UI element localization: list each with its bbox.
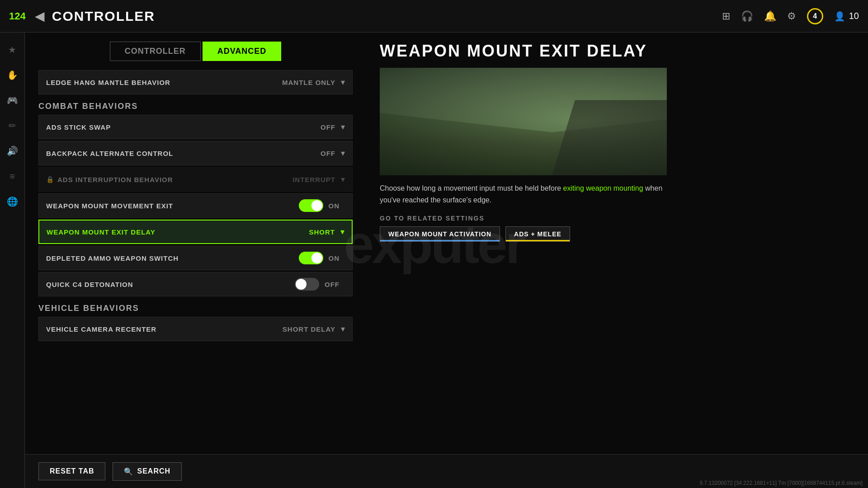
setting-weapon-mount-movement[interactable]: WEAPON MOUNT MOVEMENT EXIT ON [38, 193, 353, 218]
setting-label-ads-interruption: ADS INTERRUPTION BEHAVIOR [57, 176, 292, 183]
time-display: 124 [9, 10, 26, 22]
setting-label-backpack: BACKPACK ALTERNATE CONTROL [46, 150, 321, 157]
sidebar-item-favorites[interactable]: ★ [4, 42, 20, 58]
sidebar-item-list[interactable]: ≡ [4, 168, 20, 184]
toggle-weapon-mount-movement[interactable] [299, 199, 323, 212]
left-sidebar: ★ ✋ 🎮 ✏ 🔊 ≡ 🌐 [0, 33, 25, 488]
setting-label-weapon-mount-exit-delay: WEAPON MOUNT EXIT DELAY [47, 228, 309, 236]
grid-icon[interactable]: ⊞ [722, 10, 730, 22]
chevron-icon-ads-interruption: ▾ [341, 174, 345, 184]
player-icon: 👤 [834, 11, 845, 22]
chevron-icon-backpack: ▾ [341, 148, 345, 158]
setting-value-ledge-hang: MANTLE ONLY [282, 79, 335, 86]
setting-backpack-alternate[interactable]: BACKPACK ALTERNATE CONTROL OFF ▾ [38, 141, 353, 165]
related-item-ads-melee[interactable]: ADS + MELEE [505, 226, 570, 242]
detail-description: Choose how long a movement input must be… [380, 183, 667, 206]
setting-value-ads-stick-swap: OFF [321, 123, 335, 131]
setting-value-weapon-mount-exit-delay: SHORT [309, 228, 335, 236]
search-icon: 🔍 [124, 467, 133, 476]
left-panel: CONTROLLER ADVANCED LEDGE HANG MANTLE BE… [25, 33, 366, 488]
sidebar-item-pen[interactable]: ✏ [4, 117, 20, 134]
setting-depleted-ammo[interactable]: DEPLETED AMMO WEAPON SWITCH ON [38, 246, 353, 270]
player-count: 10 [849, 11, 859, 21]
tab-controller[interactable]: CONTROLLER [110, 42, 201, 61]
settings-list: LEDGE HANG MANTLE BEHAVIOR MANTLE ONLY ▾… [38, 70, 353, 479]
toggle-depleted-ammo[interactable] [299, 252, 323, 264]
setting-label-weapon-mount-movement: WEAPON MOUNT MOVEMENT EXIT [46, 202, 299, 210]
setting-ledge-hang[interactable]: LEDGE HANG MANTLE BEHAVIOR MANTLE ONLY ▾ [38, 70, 353, 94]
topbar: 124 ◀ CONTROLLER ⊞ 🎧 🔔 ⚙ 4 👤 10 [0, 0, 868, 33]
setting-ads-interruption: 🔒 ADS INTERRUPTION BEHAVIOR INTERRUPT ▾ [38, 167, 353, 192]
gear-icon[interactable]: ⚙ [787, 10, 796, 22]
sidebar-item-audio[interactable]: 🔊 [4, 143, 20, 159]
headphones-icon[interactable]: 🎧 [741, 10, 753, 22]
detail-title: WEAPON MOUNT EXIT DELAY [380, 42, 854, 61]
setting-value-ads-interruption: INTERRUPT [292, 176, 335, 183]
section-header-vehicle: VEHICLE BEHAVIORS [38, 298, 353, 317]
reset-tab-button[interactable]: RESET TAB [38, 462, 105, 480]
toggle-knob-quick-c4 [296, 279, 307, 290]
related-settings-label: GO TO RELATED SETTINGS [380, 215, 854, 222]
setting-vehicle-camera[interactable]: VEHICLE CAMERA RECENTER SHORT DELAY ▾ [38, 317, 353, 341]
lock-icon-ads: 🔒 [46, 176, 54, 183]
setting-value-weapon-mount-movement: ON [329, 202, 340, 210]
related-settings-container: WEAPON MOUNT ACTIVATION ADS + MELEE [380, 226, 854, 242]
setting-label-vehicle-camera: VEHICLE CAMERA RECENTER [46, 325, 283, 333]
chevron-icon-ads-stick: ▾ [341, 122, 345, 132]
bottom-bar: RESET TAB 🔍 SEARCH 9.7.13200072 [34:222.… [25, 454, 868, 488]
bell-icon[interactable]: 🔔 [764, 10, 776, 22]
setting-value-quick-c4: OFF [325, 281, 340, 288]
setting-ads-stick-swap[interactable]: ADS STICK SWAP OFF ▾ [38, 115, 353, 139]
sidebar-item-controller[interactable]: 🎮 [4, 92, 20, 108]
right-panel: WEAPON MOUNT EXIT DELAY Choose how long … [366, 33, 868, 488]
setting-label-quick-c4: QUICK C4 DETONATION [46, 281, 295, 288]
player-info: 👤 10 [834, 11, 859, 22]
chevron-icon-weapon-mount-exit: ▾ [340, 227, 344, 237]
level-badge: 4 [807, 8, 823, 24]
chevron-icon-ledge-hang: ▾ [341, 77, 345, 87]
tab-advanced[interactable]: ADVANCED [203, 42, 282, 61]
page-title: CONTROLLER [52, 9, 722, 24]
setting-label-depleted-ammo: DEPLETED AMMO WEAPON SWITCH [46, 254, 299, 262]
chevron-icon-vehicle-camera: ▾ [341, 324, 345, 334]
toggle-knob-depleted-ammo [311, 253, 322, 263]
sidebar-item-network[interactable]: 🌐 [4, 193, 20, 210]
related-item-weapon-mount-activation[interactable]: WEAPON MOUNT ACTIVATION [380, 226, 500, 242]
setting-label-ledge-hang: LEDGE HANG MANTLE BEHAVIOR [46, 79, 282, 86]
sidebar-item-hand[interactable]: ✋ [4, 67, 20, 83]
setting-value-vehicle-camera: SHORT DELAY [283, 325, 335, 333]
toggle-quick-c4[interactable] [295, 278, 319, 291]
back-button[interactable]: ◀ [35, 9, 45, 23]
tabs-container: CONTROLLER ADVANCED [38, 42, 353, 61]
setting-quick-c4[interactable]: QUICK C4 DETONATION OFF [38, 272, 353, 296]
setting-label-ads-stick-swap: ADS STICK SWAP [46, 123, 321, 131]
section-header-combat: COMBAT BEHAVIORS [38, 96, 353, 115]
topbar-icons: ⊞ 🎧 🔔 ⚙ 4 👤 10 [722, 8, 859, 24]
setting-value-backpack: OFF [321, 150, 335, 157]
setting-value-depleted-ammo: ON [329, 254, 340, 262]
game-scene-overlay [380, 68, 667, 175]
toggle-knob-weapon-mount-movement [311, 200, 322, 211]
main-content: CONTROLLER ADVANCED LEDGE HANG MANTLE BE… [25, 33, 868, 488]
search-button[interactable]: 🔍 SEARCH [113, 462, 182, 481]
setting-weapon-mount-exit-delay[interactable]: WEAPON MOUNT EXIT DELAY SHORT ▾ [38, 220, 353, 244]
status-bar-text: 9.7.13200072 [34:222.1681+11] Tm [7000][… [694, 478, 868, 488]
detail-image [380, 68, 667, 175]
